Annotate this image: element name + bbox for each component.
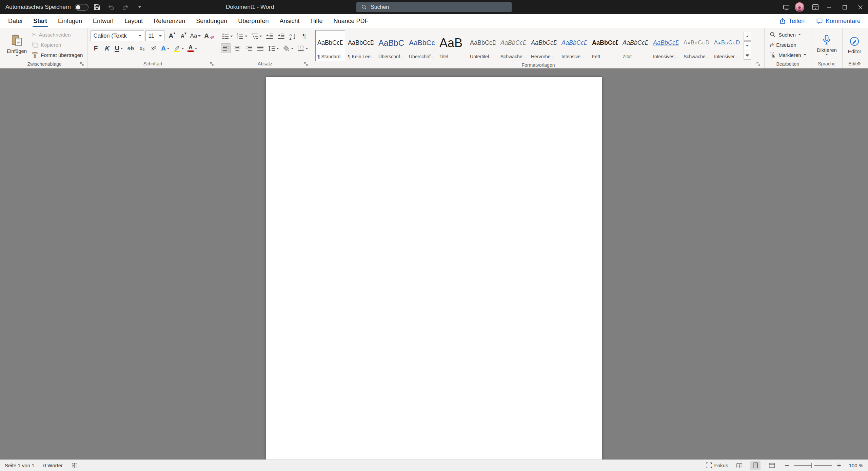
style-kein-leerraum[interactable]: AaBbCcDd ¶ Kein Lee...: [346, 30, 376, 61]
page-number-indicator[interactable]: Seite 1 von 1: [5, 463, 35, 468]
style-standard[interactable]: AaBbCcDd ¶ Standard: [315, 30, 345, 61]
tab-datei[interactable]: Datei: [3, 14, 28, 28]
superscript-button[interactable]: x²: [149, 43, 159, 53]
absatz-dialog-launcher-icon[interactable]: [303, 61, 309, 67]
zoom-out-button[interactable]: [783, 462, 790, 469]
align-center-icon: [234, 45, 241, 52]
format-painter-button[interactable]: Format übertragen: [29, 50, 85, 60]
show-paragraph-marks-button[interactable]: ¶: [299, 31, 309, 41]
dictate-button[interactable]: Diktieren: [814, 30, 840, 59]
style-ueberschrift-2[interactable]: AaBbCcD Überschrif...: [407, 30, 437, 61]
align-center-button[interactable]: [232, 43, 242, 53]
minimize-button[interactable]: [821, 0, 837, 14]
zwischenablage-dialog-launcher-icon[interactable]: [79, 61, 85, 67]
copy-button[interactable]: Kopieren: [29, 40, 85, 49]
increase-indent-button[interactable]: [276, 31, 286, 41]
tab-nuance-pdf[interactable]: Nuance PDF: [328, 14, 374, 28]
style-fett[interactable]: AaBbCcDd Fett: [590, 30, 620, 61]
find-button[interactable]: Suchen: [767, 30, 808, 39]
print-layout-button[interactable]: [750, 461, 761, 470]
bold-button[interactable]: F: [91, 43, 101, 53]
undo-icon[interactable]: [105, 1, 117, 13]
tab-referenzen[interactable]: Referenzen: [148, 14, 191, 28]
style-schwacher-verweis[interactable]: AaBbCcDd Schwache...: [682, 30, 711, 61]
formatvorlagen-dialog-launcher-icon[interactable]: [755, 61, 762, 67]
tab-ansicht[interactable]: Ansicht: [274, 14, 305, 28]
search-box[interactable]: Suchen: [356, 2, 512, 12]
style-intensiver-verweis[interactable]: AaBbCcDd Intensiver...: [712, 30, 742, 61]
paste-button[interactable]: Einfügen: [4, 30, 29, 60]
align-left-button[interactable]: [221, 43, 231, 53]
clear-formatting-button[interactable]: A: [203, 31, 215, 41]
autosave-toggle[interactable]: [75, 4, 88, 11]
schriftart-dialog-launcher-icon[interactable]: [209, 61, 215, 67]
ribbon-display-options-icon[interactable]: [810, 1, 821, 13]
collapse-ribbon-icon[interactable]: [854, 60, 863, 66]
customize-quick-access-chevron-icon[interactable]: [134, 1, 145, 13]
italic-button[interactable]: K: [102, 43, 112, 53]
borders-button[interactable]: [296, 43, 309, 53]
zoom-slider[interactable]: [794, 465, 832, 466]
align-right-button[interactable]: [244, 43, 254, 53]
grow-font-button[interactable]: A▲: [166, 31, 176, 41]
maximize-button[interactable]: [837, 0, 852, 14]
tab-layout[interactable]: Layout: [119, 14, 148, 28]
tab-entwurf[interactable]: Entwurf: [87, 14, 119, 28]
font-size-combo[interactable]: 11: [145, 30, 164, 41]
change-case-button[interactable]: Aa: [189, 31, 202, 41]
comments-button[interactable]: Kommentare: [816, 18, 861, 25]
proofing-status-button[interactable]: [72, 462, 78, 469]
subscript-button[interactable]: x₂: [137, 43, 147, 53]
redo-icon[interactable]: [120, 1, 131, 13]
line-spacing-button[interactable]: [267, 43, 280, 53]
style-gallery-scroll-up[interactable]: [744, 32, 751, 41]
style-schwache-hervorhebung[interactable]: AaBbCcDd Schwache...: [498, 30, 528, 61]
strikethrough-button[interactable]: ab: [125, 43, 136, 53]
style-zitat[interactable]: AaBbCcDd Zitat: [620, 30, 650, 61]
multilevel-list-button[interactable]: [250, 31, 263, 41]
tab-einfuegen[interactable]: Einfügen: [53, 14, 87, 28]
style-intensives-zitat[interactable]: AaBbCcDd Intensives...: [651, 30, 681, 61]
focus-mode-button[interactable]: Fokus: [706, 462, 728, 469]
close-button[interactable]: [852, 0, 868, 14]
highlight-button[interactable]: [172, 43, 185, 53]
zoom-slider-thumb[interactable]: [811, 463, 814, 468]
tab-ueberpruefen[interactable]: Überprüfen: [233, 14, 274, 28]
editor-button[interactable]: Editor: [845, 30, 864, 59]
style-gallery-scroll-down[interactable]: [744, 41, 751, 50]
tab-hilfe[interactable]: Hilfe: [305, 14, 328, 28]
decrease-indent-button[interactable]: [264, 31, 275, 41]
document-page[interactable]: [266, 77, 602, 459]
web-layout-button[interactable]: [767, 461, 777, 470]
numbering-button[interactable]: 123: [235, 31, 249, 41]
style-hervorhebung[interactable]: AaBbCcDd Hervorhe...: [529, 30, 559, 61]
shading-button[interactable]: [281, 43, 295, 53]
cut-button[interactable]: ✂ Ausschneiden: [29, 30, 85, 39]
word-count-indicator[interactable]: 0 Wörter: [43, 463, 63, 468]
zoom-in-button[interactable]: [835, 462, 843, 469]
style-ueberschrift-1[interactable]: AaBbCc Überschrif...: [376, 30, 406, 61]
user-avatar[interactable]: [795, 2, 804, 12]
replace-button[interactable]: ⇄ Ersetzen: [767, 40, 808, 49]
style-untertitel[interactable]: AaBbCcD Untertitel: [468, 30, 498, 61]
shrink-font-button[interactable]: A▼: [177, 31, 188, 41]
sort-button[interactable]: AZ: [288, 31, 298, 41]
share-button[interactable]: Teilen: [779, 18, 805, 25]
bullets-button[interactable]: [221, 31, 234, 41]
underline-button[interactable]: U: [114, 43, 124, 53]
text-effects-button[interactable]: A: [160, 43, 171, 53]
font-color-button[interactable]: A: [186, 43, 198, 53]
tab-sendungen[interactable]: Sendungen: [191, 14, 233, 28]
justify-button[interactable]: [255, 43, 265, 53]
grow-font-arrow-icon: ▲: [173, 31, 176, 35]
zoom-level-indicator[interactable]: 100 %: [849, 463, 863, 468]
tab-start[interactable]: Start: [28, 14, 53, 28]
save-icon[interactable]: [91, 1, 103, 13]
style-intensive-hervorhebung[interactable]: AaBbCcDd Intensive...: [559, 30, 589, 61]
font-name-combo[interactable]: Calibri (Textk: [91, 30, 144, 41]
select-button[interactable]: Markieren: [767, 50, 808, 60]
read-mode-button[interactable]: [734, 461, 744, 470]
style-titel[interactable]: AaB Titel: [437, 30, 467, 61]
titlebar-extra-icon[interactable]: [781, 1, 792, 13]
style-gallery-more[interactable]: [744, 51, 751, 60]
